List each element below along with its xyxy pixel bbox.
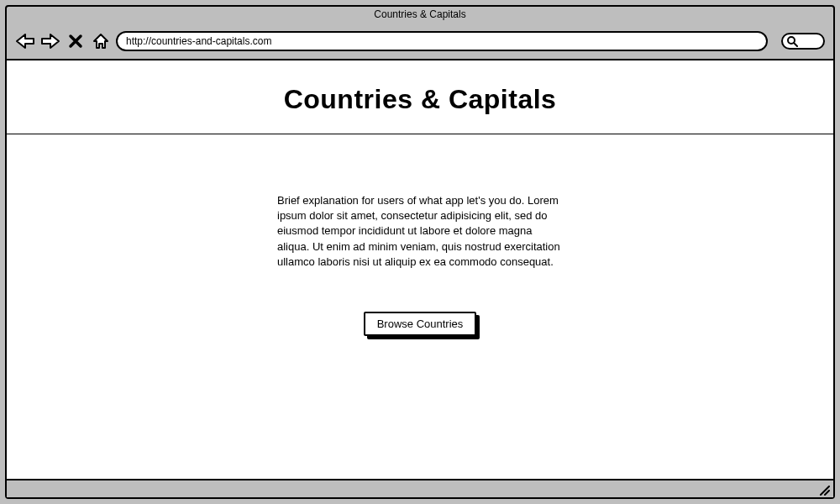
browser-window: Countries & Capitals Countries & Capital… (5, 5, 835, 499)
svg-line-2 (821, 486, 829, 495)
back-icon[interactable] (15, 31, 35, 51)
stop-icon[interactable] (66, 31, 86, 51)
divider (7, 134, 833, 134)
search-button[interactable] (781, 33, 825, 50)
page-title: Countries & Capitals (284, 84, 557, 115)
home-icon[interactable] (91, 31, 111, 51)
resize-grip-icon[interactable] (818, 484, 830, 496)
search-icon (786, 35, 798, 47)
page-description: Brief explanation for users of what app … (277, 193, 563, 270)
page-content: Countries & Capitals Brief explanation f… (7, 59, 833, 480)
browser-toolbar (7, 24, 833, 59)
status-bar (7, 480, 833, 497)
window-title: Countries & Capitals (7, 7, 833, 24)
svg-line-3 (825, 491, 829, 495)
svg-line-1 (794, 43, 797, 46)
browse-button-wrap: Browse Countries (364, 312, 477, 336)
url-input[interactable] (116, 31, 768, 51)
forward-icon[interactable] (40, 31, 60, 51)
browse-countries-button[interactable]: Browse Countries (364, 312, 477, 336)
